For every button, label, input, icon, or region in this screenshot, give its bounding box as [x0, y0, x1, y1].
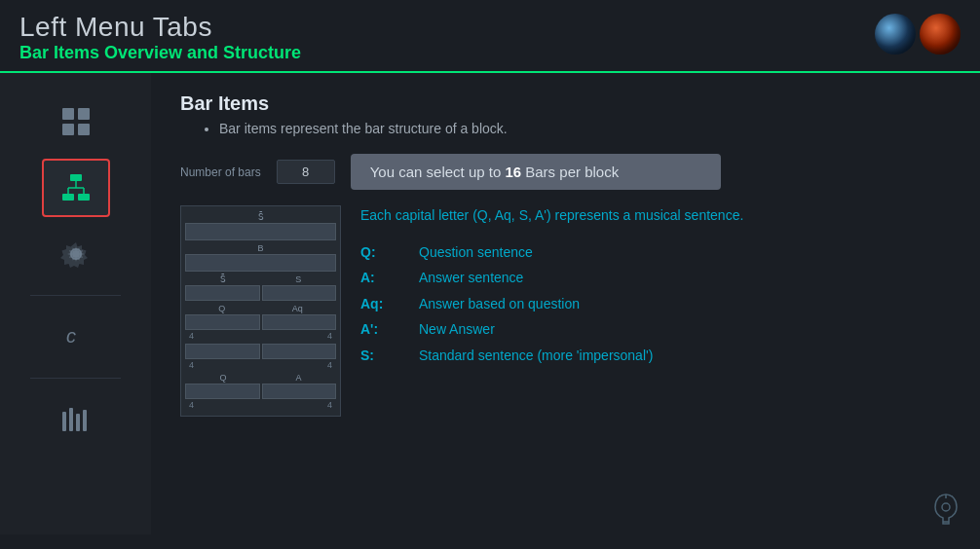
bars-row: Number of bars You can select up to 16 B… [180, 154, 951, 190]
header: Left Menu Tabs Bar Items Overview and St… [0, 0, 980, 73]
svg-rect-5 [62, 194, 74, 201]
row6-block-right [262, 384, 337, 399]
svg-rect-2 [62, 124, 74, 135]
row5-block-left [185, 344, 260, 359]
row4-num-left: 4 [189, 331, 194, 341]
tooltip-text-after: Bars per block [521, 164, 619, 180]
row4-label-right: Aq [292, 304, 303, 313]
row4-block-left [185, 314, 260, 330]
row5-num-right: 4 [327, 360, 332, 370]
diagram-row-1: S̄ [185, 212, 336, 240]
row6-label-left: Q [219, 373, 226, 383]
row6-num-left: 4 [189, 400, 194, 410]
bars-input[interactable] [277, 160, 335, 184]
sentence-val-0: Question sentence [419, 241, 533, 263]
gear-icon [60, 238, 92, 270]
tooltip-number: 16 [505, 164, 521, 180]
sentence-key-3: A': [360, 318, 419, 340]
row3-block-left [185, 285, 260, 301]
row5-block-right [262, 344, 337, 359]
sidebar-item-structure[interactable] [42, 159, 110, 217]
sidebar-item-automation[interactable]: c [42, 308, 110, 366]
planet-blue-icon [875, 14, 916, 55]
section-title: Bar Items [180, 92, 951, 115]
sentence-list: Q:Question sentenceA:Answer sentenceAq:A… [360, 241, 951, 366]
svg-rect-6 [78, 194, 90, 201]
bars-label: Number of bars [180, 165, 261, 179]
svg-rect-4 [70, 174, 82, 181]
svg-rect-0 [62, 108, 74, 120]
row2-label: B [257, 243, 263, 253]
sidebar: c [0, 73, 151, 534]
descriptions: Each capital letter (Q, Aq, S, A') repre… [360, 205, 951, 417]
row3-label-right: S [295, 274, 301, 284]
svg-rect-14 [62, 412, 66, 431]
sidebar-item-grid[interactable] [42, 92, 110, 151]
musical-sentence-text: Each capital letter (Q, Aq, S, A') repre… [360, 205, 951, 226]
header-title: Left Menu Tabs [19, 12, 961, 43]
sidebar-divider [30, 295, 121, 296]
structure-icon [60, 172, 92, 203]
sentence-item: S:Standard sentence (more 'impersonal') [360, 345, 951, 366]
app-logo-svg [931, 493, 961, 528]
diagram-row-3: S̄ S [185, 274, 336, 301]
sentence-item: A':New Answer [360, 318, 951, 340]
row2-block [185, 254, 336, 272]
sidebar-item-settings[interactable] [42, 225, 110, 283]
content-area: Bar Items Bar items represent the bar st… [151, 73, 980, 534]
diagram-row-2: B [185, 243, 336, 272]
row1-label: S̄ [258, 212, 264, 222]
sentence-item: Aq:Answer based on question [360, 293, 951, 314]
row6-block-left [185, 384, 260, 399]
sentence-val-3: New Answer [419, 318, 495, 340]
row4-num-right: 4 [327, 331, 332, 341]
main-layout: c Bar Items Bar items represent the bar … [0, 73, 980, 534]
sentence-val-4: Standard sentence (more 'impersonal') [419, 345, 653, 366]
row6-label-right: A [295, 373, 301, 383]
bar-diagram: S̄ B S̄ S [180, 205, 341, 417]
diagram-row-4: Q Aq 4 4 [185, 304, 336, 341]
svg-rect-15 [69, 408, 73, 431]
row1-block [185, 223, 336, 240]
sentence-key-0: Q: [360, 241, 419, 263]
sentence-key-4: S: [360, 345, 419, 366]
planet-red-icon [920, 14, 961, 55]
sentence-key-1: A: [360, 267, 419, 288]
row5-num-left: 4 [189, 360, 194, 370]
diagram-row-5: 4 4 [185, 344, 336, 370]
svg-rect-1 [78, 108, 90, 120]
middle-section: S̄ B S̄ S [180, 205, 951, 417]
row4-label-left: Q [218, 304, 225, 313]
svg-rect-3 [78, 124, 90, 135]
bars-icon [60, 404, 92, 435]
sentence-key-2: Aq: [360, 293, 419, 314]
header-subtitle: Bar Items Overview and Structure [19, 43, 961, 63]
sidebar-item-bars[interactable] [42, 390, 110, 449]
header-icons [875, 14, 961, 55]
row4-block-right [262, 314, 337, 330]
bullet-text: Bar items represent the bar structure of… [219, 121, 951, 136]
sentence-val-1: Answer sentence [419, 267, 523, 288]
tooltip-text-before: You can select up to [370, 164, 506, 180]
grid-icon [60, 106, 92, 137]
svg-rect-16 [76, 414, 80, 431]
row3-label-left: S̄ [220, 274, 226, 284]
svg-text:c: c [66, 325, 76, 347]
row6-num-right: 4 [327, 400, 332, 410]
sentence-val-2: Answer based on question [419, 293, 580, 314]
svg-rect-17 [83, 410, 87, 431]
sidebar-divider-2 [30, 378, 121, 379]
sentence-item: Q:Question sentence [360, 241, 951, 263]
bottom-logo [931, 493, 961, 533]
sentence-item: A:Answer sentence [360, 267, 951, 288]
svg-point-18 [942, 503, 950, 511]
automation-icon: c [60, 321, 92, 352]
diagram-row-6: Q A 4 4 [185, 373, 336, 410]
row3-block-right [262, 285, 337, 301]
bars-tooltip: You can select up to 16 Bars per block [351, 154, 721, 190]
